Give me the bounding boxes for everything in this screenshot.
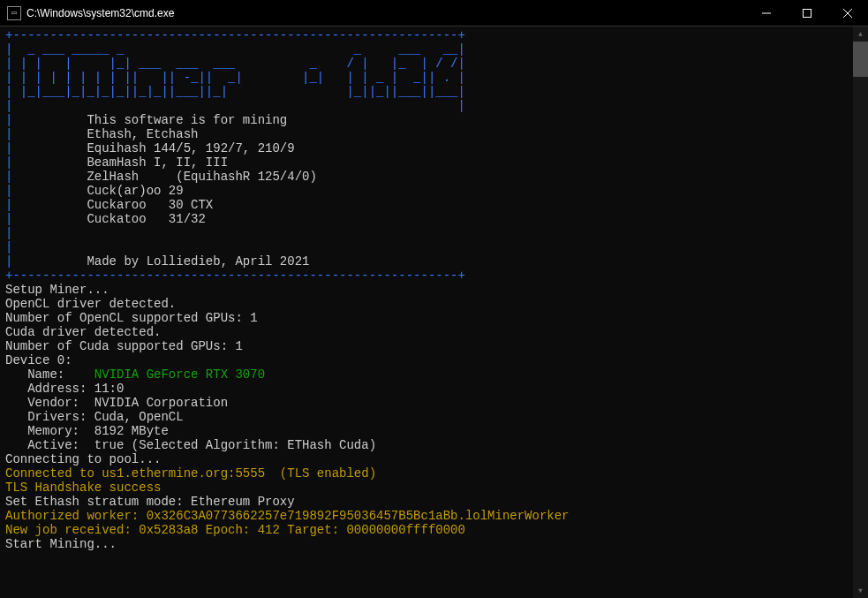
- cmd-icon: ▭: [7, 6, 21, 20]
- gpu-name: NVIDIA GeForce RTX 3070: [94, 367, 265, 382]
- terminal-output: +---------------------------------------…: [0, 26, 868, 598]
- pool-log: Connecting to pool... Connected to us1.e…: [5, 452, 863, 551]
- scrollbar[interactable]: ▲ ▼: [853, 26, 868, 598]
- authorized-worker: Authorized worker: 0x326C3A0773662257e71…: [5, 509, 570, 523]
- svg-rect-1: [804, 9, 811, 17]
- window-titlebar: ▭ C:\Windows\system32\cmd.exe: [0, 0, 868, 26]
- new-job: New job received: 0x5283a8 Epoch: 412 Ta…: [5, 523, 465, 537]
- tls-status: TLS Handshake success: [5, 481, 161, 495]
- window-title: C:\Windows\system32\cmd.exe: [26, 7, 746, 19]
- scroll-down-button[interactable]: ▼: [853, 583, 868, 598]
- window-controls: [746, 0, 868, 26]
- scrollbar-thumb[interactable]: [853, 42, 868, 77]
- scroll-up-button[interactable]: ▲: [853, 26, 868, 42]
- ascii-banner: +---------------------------------------…: [5, 28, 863, 283]
- setup-log: Setup Miner... OpenCL driver detected. N…: [5, 283, 863, 452]
- close-button[interactable]: [827, 0, 868, 26]
- pool-connected: Connected to us1.ethermine.org:5555 (TLS…: [5, 466, 376, 481]
- minimize-button[interactable]: [746, 0, 787, 26]
- maximize-button[interactable]: [787, 0, 827, 26]
